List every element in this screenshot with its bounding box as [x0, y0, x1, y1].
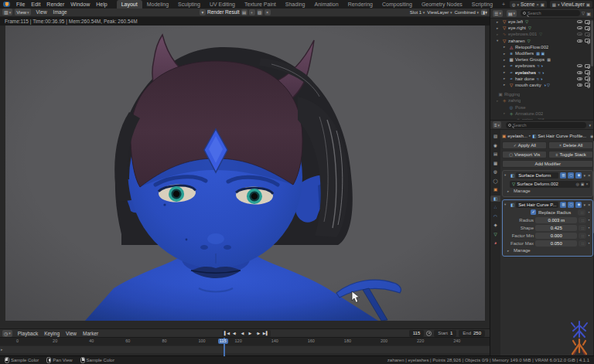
- display-mode-button[interactable]: ▤▾: [507, 10, 517, 17]
- outliner-row[interactable]: ▸ ≈ eyelashes: [490, 70, 593, 76]
- image-editor-menu[interactable]: Image: [50, 9, 70, 15]
- disable-render-icon[interactable]: [585, 77, 590, 80]
- outliner-row[interactable]: ▸ ▽ eye.left: [490, 19, 593, 25]
- outliner-row[interactable]: ◍ Pose: [490, 104, 593, 110]
- display-channels-icon[interactable]: ◨▾: [481, 9, 487, 15]
- disable-render-icon[interactable]: [585, 39, 590, 43]
- workspace-tab[interactable]: Layout: [117, 0, 142, 9]
- topbar-menu[interactable]: File: [13, 2, 28, 7]
- timeline-menu[interactable]: Keying: [41, 331, 63, 336]
- new-layer-icon[interactable]: ▣: [586, 2, 590, 7]
- outliner-row[interactable]: ▸ ▽ eye.right: [490, 25, 593, 31]
- properties-tab-icon[interactable]: ▦: [490, 160, 500, 166]
- attribute-toggle-icon[interactable]: ∷: [579, 217, 586, 223]
- input-value-field[interactable]: 0.003 m: [535, 217, 577, 223]
- hide-viewport-icon[interactable]: [577, 83, 582, 87]
- breadcrumb-object[interactable]: eyelash...: [507, 134, 527, 138]
- properties-search-input[interactable]: [513, 123, 584, 128]
- workspace-tab[interactable]: Geometry Nodes: [417, 0, 467, 9]
- outliner-row[interactable]: ▾ ▽ zaharen: [490, 38, 593, 44]
- pass-dropdown[interactable]: Combined ▾: [454, 10, 479, 15]
- topbar-menu[interactable]: Help: [93, 2, 110, 7]
- hide-viewport-icon[interactable]: [577, 20, 582, 23]
- close-icon[interactable]: ×: [587, 173, 592, 178]
- close-icon[interactable]: ×: [587, 202, 592, 207]
- hide-viewport-icon[interactable]: [577, 77, 582, 80]
- editor-type-button[interactable]: ▥▾: [2, 9, 12, 15]
- workspace-tab[interactable]: Compositing: [377, 0, 417, 9]
- workspace-tab[interactable]: Texture Paint: [240, 0, 281, 9]
- workspace-tab[interactable]: Shading: [281, 0, 310, 9]
- modifier-name-field[interactable]: Surface Deform: [516, 172, 558, 179]
- timeline-ruler[interactable]: 0 20 40 60 80: [0, 337, 490, 345]
- outliner-search-input[interactable]: [527, 11, 578, 15]
- options-chevron-icon[interactable]: ▾: [589, 123, 591, 128]
- current-frame-field[interactable]: 115: [409, 330, 425, 337]
- properties-tab-icon[interactable]: ◍: [490, 168, 500, 175]
- playback-button[interactable]: ▶▌: [262, 330, 269, 337]
- attribute-toggle-icon[interactable]: ∷: [579, 233, 586, 239]
- unlink-image-icon[interactable]: ×: [265, 9, 271, 15]
- render-toggle-icon[interactable]: ◉: [575, 172, 582, 179]
- disable-render-icon[interactable]: [585, 20, 590, 24]
- manage-subpanel[interactable]: ▸ Manage: [504, 188, 591, 195]
- image-mode-dropdown[interactable]: View▾: [15, 9, 30, 15]
- checkbox-checked-icon[interactable]: ✓: [531, 209, 536, 215]
- image-editor-menu[interactable]: View: [33, 9, 50, 15]
- timeline-editor-type-button[interactable]: ◷▾: [2, 330, 12, 337]
- workspace-tab[interactable]: +: [497, 0, 510, 9]
- clear-icon[interactable]: ×: [586, 182, 589, 186]
- playback-button[interactable]: ◀: [239, 330, 246, 337]
- breadcrumb-modifier[interactable]: Set Hair Curve Profile...: [538, 134, 586, 138]
- disable-render-icon[interactable]: [585, 83, 590, 87]
- edit-mode-toggle-icon[interactable]: ▥: [560, 172, 566, 179]
- input-value-field[interactable]: 0.425: [535, 225, 577, 231]
- workspace-tab[interactable]: Modeling: [142, 0, 173, 9]
- extras-dot-icon[interactable]: ▾: [588, 218, 591, 222]
- realtime-toggle-icon[interactable]: ▢: [568, 202, 574, 208]
- timeline-tracks[interactable]: ▸: [0, 345, 490, 355]
- new-collection-icon[interactable]: ▣: [586, 11, 591, 16]
- new-image-icon[interactable]: ＋: [249, 9, 255, 15]
- properties-tab-icon[interactable]: ◧: [490, 196, 500, 202]
- workspace-tab[interactable]: Sculpting: [173, 0, 205, 9]
- extras-dot-icon[interactable]: ▾: [588, 210, 591, 214]
- outliner-row[interactable]: ▣ Rigging: [490, 91, 593, 97]
- outliner-search[interactable]: [521, 10, 580, 16]
- end-frame-field[interactable]: End250: [459, 330, 485, 337]
- disable-render-icon[interactable]: [585, 26, 590, 30]
- expand-caret-icon[interactable]: ▾: [504, 173, 509, 177]
- edit-mode-toggle-icon[interactable]: ▥: [560, 202, 566, 208]
- outliner-row[interactable]: ▸ ◬ RetopoFlow.002: [490, 44, 593, 50]
- pin-icon[interactable]: ◉: [590, 134, 593, 138]
- playback-button[interactable]: ▌◀: [224, 330, 230, 337]
- disable-render-icon[interactable]: [585, 70, 590, 74]
- attribute-toggle-icon[interactable]: ∷: [578, 209, 585, 216]
- timeline-playhead[interactable]: 115: [224, 338, 225, 356]
- outliner-row[interactable]: ▸ ◈ Armature.002: [490, 111, 593, 117]
- outliner-row[interactable]: ▸ ≡ Modifiers: [490, 50, 593, 56]
- layer-dropdown[interactable]: ViewLayer ▾: [427, 10, 452, 15]
- blender-logo-icon[interactable]: [3, 2, 10, 7]
- hide-viewport-icon[interactable]: [577, 26, 582, 29]
- workspace-tab[interactable]: UV Editing: [205, 0, 240, 9]
- outliner-row[interactable]: ▸ ≈ hair done: [490, 76, 593, 82]
- playback-button[interactable]: ·▶: [254, 330, 261, 337]
- extras-dot-icon[interactable]: ▾: [588, 233, 591, 237]
- open-image-icon[interactable]: ▨: [257, 9, 263, 15]
- manage-subpanel[interactable]: ▸ Manage: [504, 247, 591, 254]
- properties-tab-icon[interactable]: ◉: [490, 142, 500, 148]
- realtime-toggle-icon[interactable]: ▢: [568, 172, 574, 179]
- image-name[interactable]: Render Result: [207, 9, 240, 15]
- properties-tab-icon[interactable]: ▤: [490, 151, 500, 157]
- add-modifier-button[interactable]: Add Modifier: [502, 160, 593, 168]
- workspace-tab[interactable]: Animation: [310, 0, 343, 9]
- workspace-tab[interactable]: Rendering: [343, 0, 377, 9]
- properties-tab-icon[interactable]: ∴: [490, 204, 500, 210]
- start-frame-field[interactable]: Start1: [434, 330, 456, 337]
- workspace-tab[interactable]: Scripting: [467, 0, 497, 9]
- fake-user-icon[interactable]: ▤: [241, 9, 248, 15]
- topbar-menu[interactable]: Render: [43, 2, 67, 7]
- outliner-row[interactable]: ▸ ≈ eyebrows: [490, 63, 593, 69]
- properties-editor-type-button[interactable]: ≡▾: [493, 121, 501, 128]
